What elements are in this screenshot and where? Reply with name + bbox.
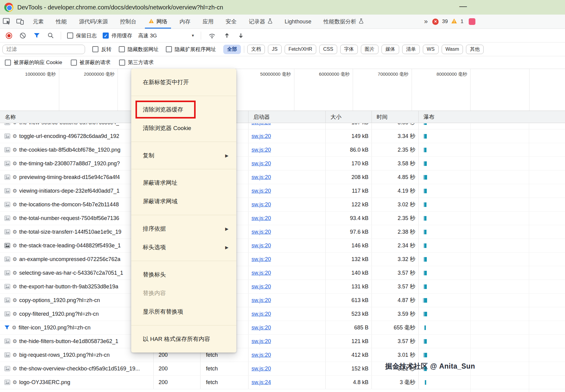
initiator-link[interactable]: sw.js:20 <box>252 201 271 208</box>
initiator-link[interactable]: sw.js:20 <box>252 229 271 235</box>
network-request-row[interactable]: ⚙ copy-options_1920.png?hl=zh-cn sw.js:2… <box>0 294 565 307</box>
filter-chip-0[interactable]: 全部 <box>223 45 241 54</box>
initiator-link[interactable]: sw.js:20 <box>252 352 271 358</box>
initiator-link[interactable]: sw.js:20 <box>252 188 271 194</box>
menu-item[interactable]: 排序依据 ▶ <box>131 219 236 238</box>
initiator-link[interactable]: sw.js:20 <box>252 366 271 372</box>
column-header-size[interactable]: 大小 <box>326 111 372 123</box>
initiator-link[interactable]: sw.js:20 <box>252 242 271 249</box>
pink-badge-icon[interactable] <box>469 18 475 25</box>
blockrow-checkbox-0[interactable]: 被屏蔽的响应 Cookie <box>5 59 62 66</box>
tab-security[interactable]: 安全 <box>220 15 243 29</box>
filter-chip-4[interactable]: CSS <box>319 45 337 54</box>
tab-performance-insights[interactable]: 性能数据分析 <box>317 15 370 29</box>
initiator-link[interactable]: sw.js:20 <box>252 338 271 345</box>
filter-button[interactable] <box>33 32 41 40</box>
export-har-button[interactable] <box>237 32 245 40</box>
blockrow-checkbox-2[interactable]: 第三方请求 <box>119 59 154 66</box>
more-tabs-button[interactable]: » <box>424 18 429 26</box>
filter-chip-1[interactable]: 文档 <box>247 45 265 54</box>
tab-network[interactable]: 网络 <box>142 15 173 29</box>
network-request-row[interactable]: ⚙ the-view-source-buttons-ea7cf57cc5ce4_… <box>0 123 565 129</box>
inspect-icon[interactable] <box>0 15 13 29</box>
network-overview-strip[interactable]: 10000000 毫秒20000000 毫秒30000000 毫秒4000000… <box>0 69 565 111</box>
network-request-row[interactable]: ⚙ the-hide-filters-button-4e1d805873e62_… <box>0 335 565 348</box>
network-request-row[interactable]: ⚙ the-locations-the-domcon-54b7e2b11448 … <box>0 198 565 211</box>
initiator-link[interactable]: sw.js:20 <box>252 215 271 222</box>
network-request-row[interactable]: ⚙ an-example-uncompressed-072256c762a sw… <box>0 253 565 266</box>
filter-chip-7[interactable]: 媒体 <box>382 45 399 54</box>
filter-chip-6[interactable]: 图片 <box>361 45 378 54</box>
menu-item[interactable]: 标头选项 ▶ <box>131 238 236 256</box>
error-badge-icon[interactable]: ✕ <box>432 19 439 25</box>
network-request-row[interactable]: ⚙ toggle-url-encoding-496728c6daa9d_192 … <box>0 129 565 143</box>
hide-extension-urls-checkbox[interactable]: 隐藏扩展程序网址 <box>166 46 216 53</box>
initiator-link[interactable]: sw.js:24 <box>252 379 271 386</box>
network-request-row[interactable]: ⚙ the-total-size-transferr-144f510ae1e9c… <box>0 225 565 239</box>
tab-recorder[interactable]: 记录器 <box>243 15 279 29</box>
menu-item[interactable]: 屏蔽请求网域 <box>131 192 236 211</box>
tab-lighthouse[interactable]: Lighthouse <box>279 15 317 29</box>
network-request-row[interactable]: ⚙ previewing-timing-breakd-d15e94c76a4f4… <box>0 170 565 184</box>
record-button[interactable] <box>5 32 13 40</box>
network-conditions-button[interactable] <box>207 32 217 40</box>
network-request-row[interactable]: ⚙ the-total-number-request-7504bf56e7136… <box>0 211 565 225</box>
filter-chip-10[interactable]: Wasm <box>442 45 463 54</box>
blockrow-checkbox-1[interactable]: 被屏蔽的请求 <box>71 59 111 66</box>
initiator-link[interactable]: sw.js:20 <box>252 297 271 304</box>
preserve-log-checkbox[interactable]: 保留日志 <box>67 32 97 39</box>
network-request-row[interactable]: ⚙ logo-OYJ34ERC.png 200 fetch sw.js:24 4… <box>0 376 565 389</box>
tab-elements[interactable]: 元素 <box>27 15 50 29</box>
invert-checkbox[interactable]: 反转 <box>92 46 111 53</box>
tab-console[interactable]: 控制台 <box>114 15 142 29</box>
initiator-link[interactable]: sw.js:20 <box>252 123 271 126</box>
initiator-link[interactable]: sw.js:20 <box>252 174 271 181</box>
import-har-button[interactable] <box>223 32 231 40</box>
menu-item[interactable]: 替换标头 <box>131 265 236 284</box>
menu-item[interactable]: 在新标签页中打开 <box>131 73 236 91</box>
clear-button[interactable] <box>19 32 27 40</box>
filter-chip-5[interactable]: 字体 <box>340 45 358 54</box>
network-request-row[interactable]: ⚙ the-show-overview-checkbo-cf95a9c1d516… <box>0 362 565 376</box>
network-request-row[interactable]: ⚙ the-stack-trace-leading-0448829f5493e_… <box>0 239 565 253</box>
network-request-row[interactable]: ⚙ big-request-rows_1920.png?hl=zh-cn 200… <box>0 348 565 362</box>
menu-item[interactable]: 显示所有替换项 <box>131 302 236 321</box>
filter-chip-3[interactable]: Fetch/XHR <box>285 45 316 54</box>
tab-performance[interactable]: 性能 <box>50 15 73 29</box>
initiator-link[interactable]: sw.js:20 <box>252 311 271 317</box>
column-header-waterfall[interactable]: 瀑布 <box>419 111 565 123</box>
network-request-row[interactable]: ⚙ the-cookies-tab-8f5db4cbf678e_1920.png… <box>0 143 565 157</box>
menu-item[interactable]: 清除浏览器缓存 <box>131 100 236 119</box>
initiator-link[interactable]: sw.js:20 <box>252 270 271 276</box>
initiator-link[interactable]: sw.js:20 <box>252 284 271 290</box>
menu-item[interactable]: 替换内容 <box>131 284 236 302</box>
filter-chip-9[interactable]: WS <box>423 45 439 54</box>
menu-item[interactable]: 以 HAR 格式保存所有内容 <box>131 330 236 348</box>
column-header-name[interactable]: 名称 <box>0 111 154 123</box>
disable-cache-checkbox[interactable]: 停用缓存 <box>103 32 132 39</box>
device-toolbar-icon[interactable] <box>13 15 27 29</box>
menu-item[interactable]: 屏蔽请求网址 <box>131 174 236 192</box>
tab-application[interactable]: 应用 <box>197 15 220 29</box>
menu-item[interactable]: 清除浏览器 Cookie <box>131 119 236 137</box>
initiator-link[interactable]: sw.js:20 <box>252 160 271 167</box>
throttling-select[interactable]: 高速 3G ▼ <box>138 32 195 39</box>
network-request-row[interactable]: ⚙ copy-filtered_1920.png?hl=zh-cn sw.js:… <box>0 307 565 321</box>
column-header-initiator[interactable]: 启动器 <box>248 111 326 123</box>
network-request-row[interactable]: ⚙ the-export-har-button-th-9ab3253d8e19a… <box>0 280 565 294</box>
network-request-row[interactable]: ⚙ filter-icon_1920.png?hl=zh-cn sw.js:20… <box>0 321 565 335</box>
menu-item[interactable]: 复制 ▶ <box>131 146 236 165</box>
hide-data-urls-checkbox[interactable]: 隐藏数据网址 <box>119 46 159 53</box>
network-request-row[interactable]: ⚙ viewing-initiators-depe-232ef64d0add7_… <box>0 184 565 198</box>
filter-chip-2[interactable]: JS <box>268 45 282 54</box>
tab-memory[interactable]: 内存 <box>173 15 197 29</box>
column-header-time[interactable]: 时间 <box>372 111 419 123</box>
network-request-row[interactable]: ⚙ the-timing-tab-2308077a88d7_1920.png? … <box>0 157 565 170</box>
search-button[interactable] <box>47 32 55 40</box>
initiator-link[interactable]: sw.js:20 <box>252 325 271 331</box>
filter-chip-8[interactable]: 清单 <box>402 45 420 54</box>
initiator-link[interactable]: sw.js:20 <box>252 256 271 263</box>
network-request-row[interactable]: ⚙ selecting-save-as-har-c-543367c2a7051_… <box>0 266 565 280</box>
minimize-button[interactable]: — <box>459 2 467 11</box>
initiator-link[interactable]: sw.js:20 <box>252 147 271 153</box>
